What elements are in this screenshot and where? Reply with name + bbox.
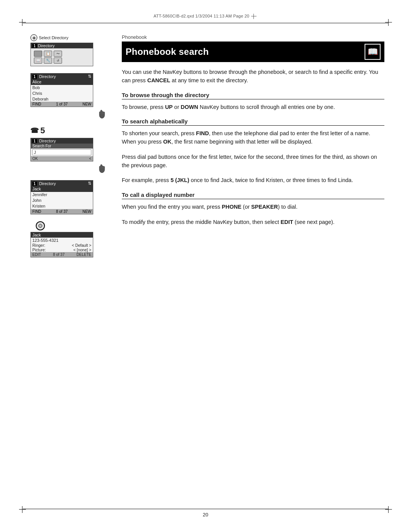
screen-row-jennifer: Jennifer (31, 192, 93, 198)
screen-row-john: John (31, 198, 93, 203)
search-para-1: To shorten your search, press FIND, then… (122, 129, 384, 146)
navkey-circle (36, 221, 45, 230)
device-group-1: Select Directory 1Directory 📖 📋 🔧 (30, 34, 110, 66)
screen-header-2: 1 Directory ⇅ (31, 73, 93, 79)
phone-icon: ☎ (30, 126, 39, 135)
icon-shape-4: 🔧 (44, 58, 52, 64)
search-para-3: For example, press 5 (JKL) once to find … (122, 176, 384, 185)
finger-icon-2 (97, 163, 107, 173)
screen-row-chris: Chris (31, 91, 93, 96)
heading-call: To call a displayed number (122, 192, 384, 199)
icon-col-1: 📖 (34, 51, 42, 64)
page-border-top (23, 23, 388, 23)
screen-num-3: 1 (32, 139, 37, 143)
device-group-4: 1 Directory ⇅ Jack Jennifer John Kristen… (30, 180, 110, 214)
screen-header-3: 1 Directory (31, 138, 93, 144)
icon-row: 📖 📋 🔧 〜 ↺ (31, 48, 93, 66)
screen-header-4: 1 Directory ⇅ (31, 181, 93, 186)
screen-row-jack: Jack (31, 186, 93, 192)
icon-shape-6: ↺ (54, 58, 62, 64)
screen-row-bob: Bob (31, 85, 93, 91)
page-border-bottom (23, 509, 388, 509)
screen-num-2: 1 (32, 75, 37, 79)
corner-mark-tr (385, 19, 392, 26)
icon-shape-2: 📖 (34, 58, 42, 64)
corner-mark-tl (19, 19, 26, 26)
search-subheader: Search For (31, 144, 93, 149)
right-column: Phonebook Phonebook search 📖 You can use… (122, 34, 384, 233)
icon-col-2: 📋 🔧 (44, 51, 52, 64)
crosshair-icon (251, 14, 256, 19)
device-group-2: 1 Directory ⇅ Alice Bob Chris Deborah FI… (30, 73, 110, 119)
icon-shape-1 (34, 51, 42, 57)
screen-box-1: 1Directory 📖 📋 🔧 〜 ↺ (30, 43, 93, 66)
screen-num-1: 1 (32, 44, 37, 48)
file-info: ATT-5860CIB-d2.qxd 1/3/2004 11:13 AM Pag… (154, 14, 250, 18)
screen-box-2: 1 Directory ⇅ Alice Bob Chris Deborah FI… (30, 73, 93, 107)
left-column: Select Directory 1Directory 📖 📋 🔧 (30, 34, 110, 264)
icon-shape-3: 📋 (44, 51, 52, 57)
screen-row-alice: Alice (31, 79, 93, 85)
screen-row-deborah: Deborah (31, 96, 93, 102)
screen-footer-2: FIND 1 of 37 NEW (31, 102, 93, 107)
section-label: Phonebook (122, 34, 384, 40)
finger-wrap-2 (30, 163, 110, 173)
heading-search: To search alphabetically (122, 118, 384, 126)
screen-row-kristen: Kristen (31, 203, 93, 209)
screen-box-5: Jack 123-555-4321 Ringer: < Default > Pi… (30, 232, 93, 257)
device-group-5: Jack 123-555-4321 Ringer: < Default > Pi… (30, 232, 110, 257)
select-dir-label: Select Directory (30, 34, 110, 41)
icon-col-3: 〜 ↺ (54, 51, 62, 64)
search-para-2: Press dial pad buttons once for the firs… (122, 153, 384, 170)
screen-footer-4: FIND 8 of 37 NEW (31, 209, 93, 214)
book-icon: 📖 (365, 44, 381, 60)
page-number: 20 (0, 512, 411, 518)
detail-footer: EDIT 8 of 37 DELETE (31, 252, 93, 257)
heading-browse: To browse through the directory (122, 92, 384, 99)
step-label: ☎ 5 (30, 126, 110, 136)
finger-icon-1 (97, 108, 107, 119)
screen-header-1: 1Directory (31, 43, 93, 48)
browse-para-1: To browse, press UP or DOWN NavKey butto… (122, 103, 384, 112)
icon-shape-5: 〜 (54, 51, 62, 57)
title-bar: Phonebook search 📖 (122, 42, 384, 62)
detail-header: Jack (31, 232, 93, 238)
meta-line: ATT-5860CIB-d2.qxd 1/3/2004 11:13 AM Pag… (0, 14, 411, 19)
call-para-1: When you find the entry you want, press … (122, 203, 384, 211)
search-input-display: J (32, 149, 91, 155)
detail-phone: 123-555-4321 (31, 238, 93, 243)
detail-ringer: Ringer: < Default > (31, 243, 93, 248)
page-title: Phonebook search (126, 46, 209, 57)
call-para-2: To modify the entry, press the middle Na… (122, 218, 384, 227)
finger-wrap-1 (30, 108, 110, 119)
screen-num-4: 1 (32, 182, 37, 186)
detail-picture: Picture: < [none] > (31, 248, 93, 252)
screen-box-4: 1 Directory ⇅ Jack Jennifer John Kristen… (30, 180, 93, 214)
navkey-bottom (36, 221, 110, 230)
device-group-3: 1 Directory Search For J OK < (30, 138, 110, 173)
screen-box-3: 1 Directory Search For J OK < (30, 138, 93, 161)
search-footer: OK < (31, 156, 93, 161)
navkey-icon (30, 34, 37, 41)
intro-paragraph: You can use the NavKey buttons to browse… (122, 68, 384, 85)
